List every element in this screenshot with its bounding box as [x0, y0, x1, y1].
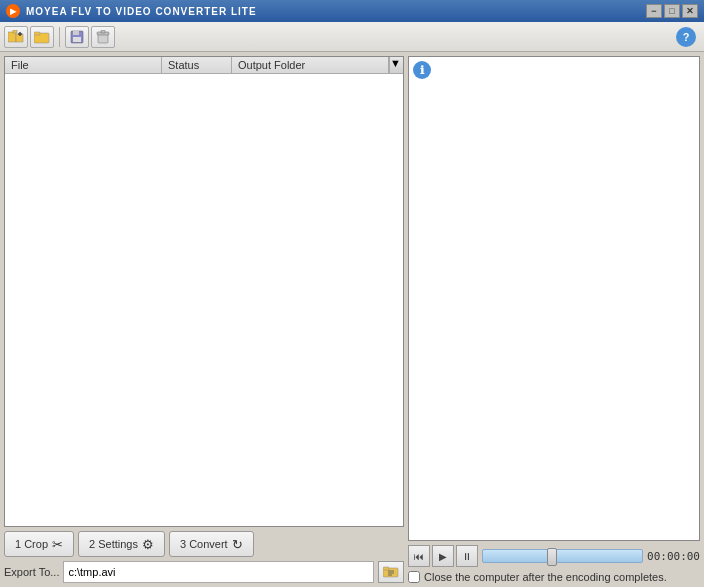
playback-row: ⏮ ▶ ⏸ 00:00:00	[408, 545, 700, 567]
encode-complete-label: Close the computer after the encoding co…	[424, 571, 667, 583]
file-list-body[interactable]	[5, 74, 403, 526]
svg-rect-6	[34, 32, 40, 35]
maximize-button[interactable]: □	[664, 4, 680, 18]
file-list-header: File Status Output Folder ▼	[5, 57, 403, 74]
scroll-indicator: ▼	[389, 57, 403, 73]
settings-icon: ⚙	[142, 537, 154, 552]
preview-area: ℹ	[408, 56, 700, 541]
app-title: MOYEA FLV TO VIDEO CONVERTER LITE	[26, 6, 646, 17]
export-row: Export To...	[4, 561, 404, 583]
play-to-start-button[interactable]: ⏮	[408, 545, 430, 567]
svg-rect-0	[8, 32, 16, 42]
svg-rect-9	[73, 37, 81, 42]
left-panel: File Status Output Folder ▼ 1 Crop ✂ 2 S…	[4, 56, 404, 583]
delete-button[interactable]	[91, 26, 115, 48]
toolbar: ?	[0, 22, 704, 52]
svg-rect-10	[98, 34, 108, 43]
title-bar: ▶ MOYEA FLV TO VIDEO CONVERTER LITE − □ …	[0, 0, 704, 22]
right-panel: ℹ ⏮ ▶ ⏸ 00:00:00 Close the computer afte…	[408, 56, 700, 583]
export-path-input[interactable]	[63, 561, 374, 583]
export-label: Export To...	[4, 566, 59, 578]
play-button[interactable]: ▶	[432, 545, 454, 567]
pause-button[interactable]: ⏸	[456, 545, 478, 567]
window-controls: − □ ✕	[646, 4, 698, 18]
settings-button[interactable]: 2 Settings ⚙	[78, 531, 165, 557]
add-file-button[interactable]	[4, 26, 28, 48]
svg-rect-8	[73, 31, 79, 35]
minimize-button[interactable]: −	[646, 4, 662, 18]
encode-complete-checkbox[interactable]	[408, 571, 420, 583]
output-folder-column-header: Output Folder	[232, 57, 389, 73]
save-button[interactable]	[65, 26, 89, 48]
svg-rect-14	[383, 567, 389, 570]
action-buttons: 1 Crop ✂ 2 Settings ⚙ 3 Convert ↻	[4, 531, 404, 557]
open-folder-button[interactable]	[30, 26, 54, 48]
close-button[interactable]: ✕	[682, 4, 698, 18]
file-list-container: File Status Output Folder ▼	[4, 56, 404, 527]
svg-rect-2	[13, 30, 17, 33]
convert-icon: ↻	[232, 537, 243, 552]
convert-button[interactable]: 3 Convert ↻	[169, 531, 254, 557]
crop-icon: ✂	[52, 537, 63, 552]
time-display: 00:00:00	[647, 550, 700, 563]
svg-rect-12	[101, 30, 105, 33]
status-column-header: Status	[162, 57, 232, 73]
play-controls: ⏮ ▶ ⏸	[408, 545, 478, 567]
app-icon: ▶	[6, 4, 20, 18]
crop-label: 1 Crop	[15, 538, 48, 550]
encode-complete-row: Close the computer after the encoding co…	[408, 571, 700, 583]
crop-button[interactable]: 1 Crop ✂	[4, 531, 74, 557]
help-button[interactable]: ?	[676, 27, 696, 47]
preview-info-icon: ℹ	[413, 61, 431, 79]
file-column-header: File	[5, 57, 162, 73]
convert-label: 3 Convert	[180, 538, 228, 550]
main-content: File Status Output Folder ▼ 1 Crop ✂ 2 S…	[0, 52, 704, 587]
settings-label: 2 Settings	[89, 538, 138, 550]
toolbar-separator	[59, 27, 60, 47]
seek-bar[interactable]	[482, 549, 643, 563]
seek-thumb[interactable]	[547, 548, 557, 566]
browse-folder-button[interactable]	[378, 561, 404, 583]
